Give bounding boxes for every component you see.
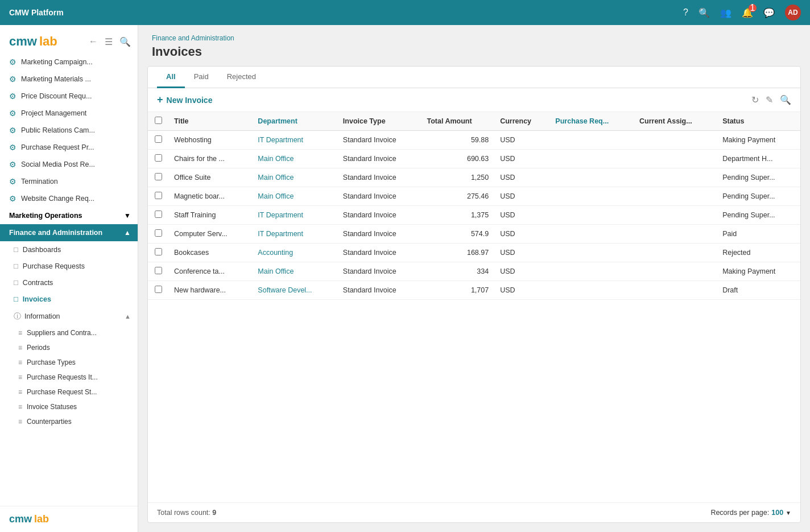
users-icon[interactable]: 👥 [720,7,732,18]
cell-purchase-req [549,225,634,244]
sidebar-footer: cmw lab [0,506,138,532]
sidebar-item-label: Suppliers and Contra... [27,329,97,337]
cell-total-amount: 168.97 [421,244,495,262]
sidebar-item-termination[interactable]: ⚙ Termination [0,173,138,190]
sidebar-item-label: Public Relations Cam... [21,126,131,134]
sidebar-item-purchase-requests[interactable]: □ Purchase Requests [0,258,138,274]
table-row: Webhosting IT Department Standard Invoic… [148,131,800,150]
cell-invoice-type: Standard Invoice [337,244,421,262]
row-checkbox[interactable] [155,229,162,237]
row-checkbox[interactable] [155,135,162,143]
cell-currency: USD [494,244,549,262]
cell-title: Webhosting [168,131,252,150]
section-left: Finance and Administration [9,229,102,237]
sidebar-item-invoice-statuses[interactable]: ≡ Invoice Statuses [0,399,138,414]
workflow-icon: ⚙ [9,92,16,101]
tab-paid[interactable]: Paid [185,67,218,88]
sidebar-item-label: Contracts [23,279,53,287]
sidebar-item-marketing-materials[interactable]: ⚙ Marketing Materials ... [0,71,138,88]
avatar[interactable]: AD [785,5,801,20]
chat-icon[interactable]: 💬 [763,7,775,18]
sidebar-section-finance[interactable]: Finance and Administration ▲ [0,224,138,241]
row-checkbox[interactable] [155,267,162,274]
chevron-up-icon: ▲ [125,313,131,320]
row-checkbox[interactable] [155,248,162,255]
tab-rejected[interactable]: Rejected [218,67,265,88]
cell-title: New hardware... [168,281,252,300]
row-checkbox[interactable] [155,154,162,162]
refresh-icon[interactable]: ↻ [751,94,759,105]
row-checkbox[interactable] [155,211,162,218]
notif-count: 1 [749,4,757,12]
sidebar-item-social-media[interactable]: ⚙ Social Media Post Re... [0,156,138,173]
breadcrumb[interactable]: Finance and Administration [152,34,796,42]
table-toolbar: New Invoice ↻ ✎ 🔍 [148,88,800,112]
edit-icon[interactable]: ✎ [766,94,773,105]
notifications[interactable]: 🔔 1 [742,7,753,18]
sidebar-item-label: Counterparties [27,418,72,426]
sidebar-item-suppliers[interactable]: ≡ Suppliers and Contra... [0,325,138,340]
select-all-checkbox[interactable] [155,117,162,124]
cell-title: Office Suite [168,168,252,187]
sidebar-section-marketing-operations[interactable]: Marketing Operations ▼ [0,207,138,224]
sidebar-item-label: Purchase Request St... [27,388,97,396]
cell-current-assig [634,281,717,300]
sidebar-item-project-management[interactable]: ⚙ Project Management [0,105,138,122]
search-icon[interactable]: 🔍 [699,7,710,18]
sidebar-search-icon[interactable]: 🔍 [119,36,131,47]
cell-currency: USD [494,150,549,168]
row-checkbox-cell [148,262,168,281]
sidebar-item-purchase-types[interactable]: ≡ Purchase Types [0,355,138,370]
new-invoice-button[interactable]: New Invoice [157,94,212,106]
sidebar-item-purchase-requests-it[interactable]: ≡ Purchase Requests It... [0,370,138,385]
section-left: Marketing Operations [9,212,82,220]
tab-all[interactable]: All [157,67,185,88]
cell-department: Main Office [252,168,337,187]
sidebar-item-label: Purchase Request Pr... [21,143,131,151]
sidebar-item-label: Project Management [21,109,131,117]
col-purchase-req: Purchase Req... [549,112,634,131]
row-checkbox[interactable] [155,173,162,180]
sidebar-logo: cmw lab [9,34,57,49]
cell-invoice-type: Standard Invoice [337,262,421,281]
sidebar-item-periods[interactable]: ≡ Periods [0,340,138,355]
cell-status: Pending Super... [717,168,800,187]
cell-title: Computer Serv... [168,225,252,244]
top-nav: CMW Platform ? 🔍 👥 🔔 1 💬 AD [0,0,810,25]
cell-title: Conference ta... [168,262,252,281]
sidebar-item-label: Marketing Campaign... [21,58,131,66]
sidebar-item-marketing-campaign[interactable]: ⚙ Marketing Campaign... [0,53,138,71]
row-checkbox[interactable] [155,192,162,199]
workflow-icon: ⚙ [9,109,16,118]
main-layout: cmw lab ← ☰ 🔍 ⚙ Marketing Campaign... ⚙ … [0,25,810,532]
cell-invoice-type: Standard Invoice [337,225,421,244]
search-filter-icon[interactable]: 🔍 [780,94,791,105]
workflow-icon: ⚙ [9,194,16,203]
sidebar-item-contracts[interactable]: □ Contracts [0,274,138,291]
table-icon: ≡ [18,329,22,337]
sidebar-item-purchase-request-pr[interactable]: ⚙ Purchase Request Pr... [0,139,138,156]
cell-title: Staff Training [168,206,252,225]
cell-status: Making Payment [717,131,800,150]
table-row: Computer Serv... IT Department Standard … [148,225,800,244]
section-label: Information [24,312,60,320]
sidebar-item-dashboards[interactable]: □ Dashboards [0,241,138,258]
help-icon[interactable]: ? [683,7,688,18]
sidebar-header: cmw lab ← ☰ 🔍 [0,25,138,53]
records-per-page[interactable]: Records per page: 100 ▼ [710,509,791,517]
sidebar-item-counterparties[interactable]: ≡ Counterparties [0,414,138,429]
sidebar-item-invoices[interactable]: □ Invoices [0,291,138,307]
sidebar-menu-icon[interactable]: ☰ [105,36,113,47]
top-nav-icons: ? 🔍 👥 🔔 1 💬 AD [683,5,801,20]
workflow-icon: ⚙ [9,160,16,169]
row-checkbox-cell [148,281,168,300]
sidebar-section-information[interactable]: ⓘ Information ▲ [0,307,138,325]
sidebar-item-price-discount[interactable]: ⚙ Price Discount Requ... [0,88,138,105]
cell-total-amount: 1,250 [421,168,495,187]
sidebar-item-website-change[interactable]: ⚙ Website Change Req... [0,190,138,207]
row-checkbox[interactable] [155,286,162,293]
sidebar-item-purchase-request-st[interactable]: ≡ Purchase Request St... [0,385,138,399]
sidebar-back-icon[interactable]: ← [89,36,98,47]
contract-icon: □ [14,278,18,287]
sidebar-item-public-relations[interactable]: ⚙ Public Relations Cam... [0,122,138,139]
